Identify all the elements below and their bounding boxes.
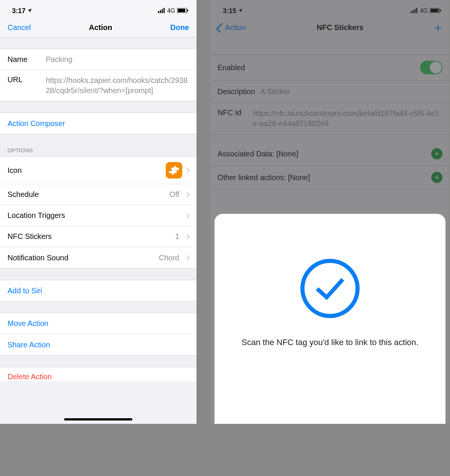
chevron-icon — [184, 192, 190, 197]
action-composer-row[interactable]: Action Composer — [0, 113, 196, 134]
right-phone-nfc-stickers: 3:15 4G Action NFC Stickers + Enabled — [211, 0, 449, 424]
options-group: Icon Schedule Off Location Triggers NFC … — [0, 156, 196, 269]
svg-rect-1 — [160, 10, 161, 13]
status-right-icons: 4G — [158, 7, 188, 15]
delete-action-row[interactable]: Delete Action — [0, 367, 196, 381]
composer-group: Action Composer — [0, 113, 196, 134]
fields-group: Name Packing URL https://hooks.zapier.co… — [0, 49, 196, 101]
svg-rect-0 — [158, 11, 159, 13]
add-to-siri-row[interactable]: Add to Siri — [0, 280, 196, 301]
nfc-scan-sheet: Scan the NFC tag you'd like to link to t… — [214, 214, 446, 424]
location-icon — [27, 7, 32, 15]
chevron-icon — [184, 255, 190, 260]
schedule-label: Schedule — [8, 190, 39, 199]
location-label: Location Triggers — [8, 211, 65, 220]
svg-rect-3 — [164, 8, 165, 13]
chevron-icon — [184, 168, 190, 173]
move-action-label: Move Action — [8, 319, 48, 328]
schedule-value: Off — [170, 190, 182, 199]
home-indicator[interactable] — [64, 418, 132, 420]
options-header: OPTIONS — [0, 134, 196, 156]
nav-bar: Cancel Action Done — [0, 20, 196, 38]
url-row[interactable]: URL https://hooks.zapier.com/hooks/catch… — [0, 70, 196, 101]
cancel-button[interactable]: Cancel — [8, 23, 31, 32]
notification-value: Chord — [159, 254, 182, 262]
status-time: 3:17 — [12, 7, 26, 15]
sheet-instruction-text: Scan the NFC tag you'd like to link to t… — [226, 337, 433, 348]
section-gap — [0, 356, 196, 367]
network-label: 4G — [167, 8, 175, 14]
name-value: Packing — [46, 54, 189, 65]
checkmark-icon — [316, 271, 345, 300]
section-gap — [0, 302, 196, 313]
left-phone-action-editor: 3:17 4G Cancel Action Done Name Packing … — [0, 0, 196, 424]
icon-row[interactable]: Icon — [0, 157, 196, 184]
action-composer-label: Action Composer — [8, 119, 65, 128]
ready-check-icon — [300, 259, 360, 318]
nfc-label: NFC Stickers — [8, 232, 52, 241]
schedule-row[interactable]: Schedule Off — [0, 184, 196, 205]
svg-rect-5 — [178, 9, 185, 12]
section-gap — [0, 269, 196, 280]
delete-action-label: Delete Action — [8, 372, 52, 381]
gear-icon — [168, 165, 180, 176]
screenshot-gap — [196, 0, 211, 424]
url-value: https://hooks.zapier.com/hooks/catch/293… — [46, 75, 189, 96]
nfc-stickers-row[interactable]: NFC Stickers 1 — [0, 226, 196, 247]
signal-icon — [158, 7, 165, 15]
section-gap — [0, 101, 196, 113]
done-button[interactable]: Done — [170, 23, 189, 32]
add-to-siri-label: Add to Siri — [8, 287, 42, 295]
battery-icon — [177, 7, 188, 15]
siri-group: Add to Siri — [0, 280, 196, 302]
name-label: Name — [8, 55, 46, 64]
notification-label: Notification Sound — [8, 254, 68, 262]
move-action-row[interactable]: Move Action — [0, 313, 196, 334]
status-bar: 3:17 4G — [0, 0, 196, 20]
chevron-icon — [184, 213, 190, 218]
notification-sound-row[interactable]: Notification Sound Chord — [0, 247, 196, 268]
share-action-label: Share Action — [8, 341, 50, 349]
chevron-icon — [184, 234, 190, 239]
location-triggers-row[interactable]: Location Triggers — [0, 205, 196, 226]
name-row[interactable]: Name Packing — [0, 49, 196, 70]
url-label: URL — [8, 75, 46, 84]
nfc-value: 1 — [175, 232, 182, 241]
icon-label: Icon — [8, 166, 22, 175]
status-time-area: 3:17 — [12, 7, 32, 15]
delete-group: Delete Action — [0, 367, 196, 381]
share-action-row[interactable]: Share Action — [0, 334, 196, 355]
page-title: Action — [89, 23, 112, 32]
svg-rect-2 — [162, 9, 163, 13]
section-gap — [0, 38, 196, 49]
svg-rect-6 — [187, 9, 188, 12]
action-mgmt-group: Move Action Share Action — [0, 313, 196, 356]
icon-preview — [166, 162, 182, 179]
